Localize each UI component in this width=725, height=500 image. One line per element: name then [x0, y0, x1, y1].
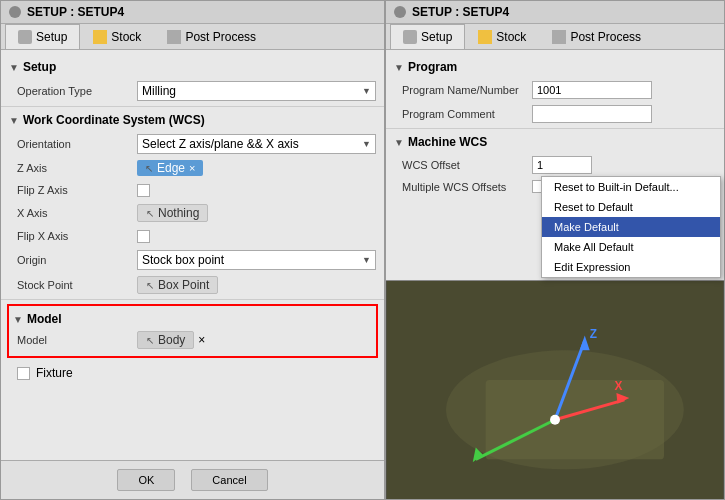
origin-dropdown[interactable]: Stock box point ▼: [137, 250, 376, 270]
dropdown-arrow-origin: ▼: [362, 255, 371, 265]
machine-wcs-arrow: ▼: [394, 137, 404, 148]
x-axis-row: X Axis ↖ Nothing: [1, 201, 384, 225]
wcs-offset-input[interactable]: [532, 156, 592, 174]
setup-section-header[interactable]: ▼ Setup: [1, 56, 384, 78]
axes-svg: Z X: [386, 281, 724, 499]
operation-type-dropdown[interactable]: Milling ▼: [137, 81, 376, 101]
tab-stock-left[interactable]: Stock: [80, 24, 154, 49]
setup-tab-icon: [18, 30, 32, 44]
context-item-make-all-default[interactable]: Make All Default: [542, 237, 720, 257]
right-panel-title: SETUP : SETUP4: [412, 5, 509, 19]
wcs-arrow: ▼: [9, 115, 19, 126]
left-tabs: Setup Stock Post Process: [1, 24, 384, 50]
context-item-reset-default[interactable]: Reset to Default: [542, 197, 720, 217]
post-tab-icon: [167, 30, 181, 44]
tab-postprocess-right[interactable]: Post Process: [539, 24, 654, 49]
stock-point-chip[interactable]: ↖ Box Point: [137, 276, 218, 294]
context-menu: Reset to Built-in Default... Reset to De…: [541, 176, 721, 278]
svg-point-11: [550, 415, 560, 425]
svg-text:X: X: [614, 379, 622, 393]
x-axis-chip[interactable]: ↖ Nothing: [137, 204, 208, 222]
program-comment-row: Program Comment: [386, 102, 724, 126]
z-axis-remove[interactable]: ×: [189, 162, 195, 174]
model-section-header[interactable]: ▼ Model: [13, 310, 372, 328]
title-icon-left: [9, 6, 21, 18]
tab-postprocess-left[interactable]: Post Process: [154, 24, 269, 49]
wcs-section-header[interactable]: ▼ Work Coordinate System (WCS): [1, 109, 384, 131]
tab-setup-right[interactable]: Setup: [390, 24, 465, 49]
left-title-bar: SETUP : SETUP4: [1, 1, 384, 24]
cursor-icon-stock: ↖: [146, 280, 154, 291]
cursor-icon-z: ↖: [145, 163, 153, 174]
program-section-header[interactable]: ▼ Program: [386, 56, 724, 78]
program-arrow: ▼: [394, 62, 404, 73]
program-name-input[interactable]: [532, 81, 652, 99]
model-section: ▼ Model Model ↖ Body ×: [7, 304, 378, 358]
dropdown-arrow-operation: ▼: [362, 86, 371, 96]
context-item-edit-expression[interactable]: Edit Expression: [542, 257, 720, 277]
context-item-reset-builtin[interactable]: Reset to Built-in Default...: [542, 177, 720, 197]
right-panel: SETUP : SETUP4 Setup Stock Post Process …: [385, 0, 725, 500]
svg-text:Z: Z: [590, 327, 597, 341]
cancel-button[interactable]: Cancel: [191, 469, 267, 491]
left-panel-title: SETUP : SETUP4: [27, 5, 124, 19]
operation-type-row: Operation Type Milling ▼: [1, 78, 384, 104]
cursor-icon-model: ↖: [146, 335, 154, 346]
flip-z-checkbox[interactable]: [137, 184, 150, 197]
dropdown-arrow-orientation: ▼: [362, 139, 371, 149]
right-tabs: Setup Stock Post Process: [386, 24, 724, 50]
setup-icon-right: [403, 30, 417, 44]
stock-icon-right: [478, 30, 492, 44]
left-panel: SETUP : SETUP4 Setup Stock Post Process …: [0, 0, 385, 500]
svg-rect-2: [486, 380, 664, 459]
model-chip[interactable]: ↖ Body: [137, 331, 194, 349]
model-remove[interactable]: ×: [198, 333, 205, 347]
left-bottom-bar: OK Cancel: [1, 460, 384, 499]
left-content: ▼ Setup Operation Type Milling ▼ ▼ Work …: [1, 50, 384, 460]
right-title-bar: SETUP : SETUP4: [386, 1, 724, 24]
program-name-row: Program Name/Number: [386, 78, 724, 102]
fixture-checkbox[interactable]: [17, 367, 30, 380]
flip-x-checkbox[interactable]: [137, 230, 150, 243]
model-arrow: ▼: [13, 314, 23, 325]
context-item-make-default[interactable]: Make Default: [542, 217, 720, 237]
ok-button[interactable]: OK: [117, 469, 175, 491]
stock-tab-icon: [93, 30, 107, 44]
post-icon-right: [552, 30, 566, 44]
flip-x-row: Flip X Axis: [1, 225, 384, 247]
title-icon-right: [394, 6, 406, 18]
z-axis-chip[interactable]: ↖ Edge ×: [137, 160, 203, 176]
fixture-row: Fixture: [1, 362, 384, 384]
origin-row: Origin Stock box point ▼: [1, 247, 384, 273]
setup-arrow: ▼: [9, 62, 19, 73]
machine-wcs-header[interactable]: ▼ Machine WCS: [386, 131, 724, 153]
3d-viewport: Z X: [386, 280, 724, 499]
z-axis-row: Z Axis ↖ Edge ×: [1, 157, 384, 179]
stock-point-row: Stock Point ↖ Box Point: [1, 273, 384, 297]
tab-stock-right[interactable]: Stock: [465, 24, 539, 49]
cursor-icon-x: ↖: [146, 208, 154, 219]
model-row: Model ↖ Body ×: [13, 328, 372, 352]
flip-z-row: Flip Z Axis: [1, 179, 384, 201]
orientation-row: Orientation Select Z axis/plane && X axi…: [1, 131, 384, 157]
orientation-dropdown[interactable]: Select Z axis/plane && X axis ▼: [137, 134, 376, 154]
tab-setup-left[interactable]: Setup: [5, 24, 80, 49]
program-comment-input[interactable]: [532, 105, 652, 123]
right-content: ▼ Program Program Name/Number Program Co…: [386, 50, 724, 280]
wcs-offset-row: WCS Offset: [386, 153, 724, 177]
